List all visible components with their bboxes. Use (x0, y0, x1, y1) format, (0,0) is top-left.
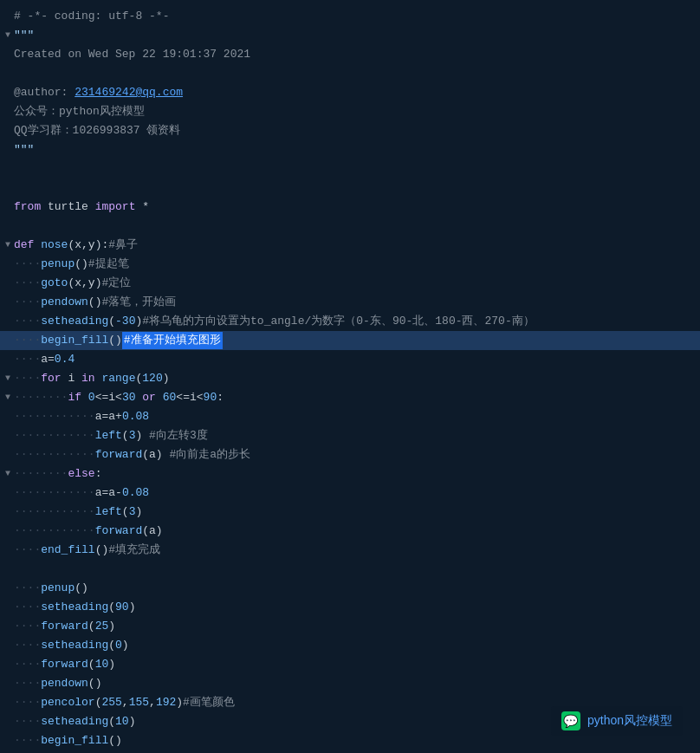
token-var: () (88, 294, 102, 311)
code-line (0, 159, 700, 179)
token-num: 10 (115, 713, 129, 730)
token-comment: #落笔，开始画 (101, 294, 176, 311)
fold-arrow (2, 332, 14, 349)
watermark-text: python风控模型 (587, 713, 672, 729)
indent-dots: ············ (14, 484, 95, 502)
token-fn: left (95, 503, 122, 521)
token-var: (x,y) (68, 275, 101, 292)
code-line (0, 217, 700, 236)
token-fn: goto (41, 275, 68, 292)
token-num: 155 (129, 694, 149, 711)
fold-arrow (2, 84, 14, 101)
fold-arrow[interactable]: ▼ (2, 27, 14, 44)
code-line: ▼def nose(x,y):#鼻子 (0, 236, 700, 255)
token-highlight: #准备开始填充图形 (122, 332, 223, 349)
token-comment: #定位 (101, 275, 131, 292)
code-line: ····end_fill()#填充完成 (0, 541, 700, 560)
token-comment: @author: (14, 84, 75, 101)
fold-arrow (2, 523, 14, 540)
token-fn: begin_fill (41, 332, 108, 349)
fold-arrow (2, 103, 14, 120)
token-fn: forward (95, 523, 143, 540)
fold-arrow (2, 46, 14, 63)
token-var: i (62, 370, 81, 387)
fold-arrow (2, 713, 14, 730)
fold-arrow (2, 732, 14, 750)
token-num: 0 (115, 637, 122, 654)
token-fn: forward (41, 656, 88, 673)
code-line: ····penup()#提起笔 (0, 255, 700, 274)
fold-arrow (2, 408, 14, 425)
code-line: ▼""" (0, 26, 700, 45)
code-line: ····setheading(90) (0, 598, 700, 617)
token-kw: or (142, 389, 156, 406)
token-num: 0.08 (122, 484, 149, 502)
token-var (95, 370, 102, 387)
fold-arrow (2, 160, 14, 178)
token-comment: 公众号：python风控模型 (14, 103, 145, 120)
token-comment: #填充完成 (108, 542, 160, 559)
token-var: (a) (142, 523, 162, 540)
token-var: ) (176, 694, 183, 711)
fold-arrow (2, 503, 14, 521)
token-var: () (75, 580, 88, 597)
token-var: ) (129, 713, 136, 730)
token-op: <= (95, 389, 109, 406)
token-fn: pendown (41, 675, 88, 692)
token-var: * (135, 198, 149, 216)
token-op: = (101, 408, 108, 425)
fold-arrow[interactable]: ▼ (2, 370, 14, 387)
token-comment: #向前走a的步长 (163, 446, 250, 464)
token-var: ) (135, 427, 142, 445)
token-var: : (95, 465, 102, 483)
wechat-icon: 💬 (561, 711, 580, 730)
token-var: , (122, 694, 129, 711)
token-link[interactable]: 231469242@qq.com (75, 84, 183, 101)
code-line: ····begin_fill()#准备开始填充图形 (0, 331, 700, 350)
token-var: ) (163, 370, 170, 387)
token-var: ( (108, 599, 115, 616)
token-var: , (149, 694, 156, 711)
indent-dots: ········ (14, 389, 68, 406)
fold-arrow (2, 484, 14, 502)
token-var: ( (88, 618, 95, 635)
indent-dots: ···· (14, 618, 41, 635)
token-fn: setheading (41, 599, 108, 616)
fold-arrow (2, 446, 14, 464)
token-fn: nose (41, 237, 68, 254)
fold-arrow (2, 8, 14, 25)
fold-arrow (2, 618, 14, 635)
indent-dots: ···· (14, 694, 41, 711)
indent-dots: ············ (14, 523, 95, 540)
token-op: < (115, 389, 122, 406)
token-kw: in (81, 370, 95, 387)
fold-arrow[interactable]: ▼ (2, 465, 14, 483)
token-comment: #将乌龟的方向设置为to_angle/为数字（0-东、90-北、180-西、27… (142, 313, 534, 330)
token-num: 60 (163, 389, 177, 406)
code-line: ····setheading(0) (0, 636, 700, 655)
token-var: ( (95, 694, 102, 711)
token-var (81, 389, 88, 406)
token-kw: for (41, 370, 61, 387)
fold-arrow[interactable]: ▼ (2, 389, 14, 406)
fold-arrow (2, 694, 14, 711)
code-line (0, 560, 700, 579)
indent-dots: ···· (14, 370, 41, 387)
indent-dots: ········ (14, 465, 68, 483)
token-num: 0 (88, 389, 95, 406)
fold-arrow (2, 637, 14, 654)
token-fn: setheading (41, 713, 108, 730)
code-line: ····pendown() (0, 674, 700, 693)
token-op: = (48, 351, 55, 368)
watermark: 💬 python风控模型 (551, 706, 683, 736)
indent-dots: ···· (14, 599, 41, 616)
code-line: ············forward(a) #向前走a的步长 (0, 445, 700, 464)
fold-arrow[interactable]: ▼ (2, 237, 14, 254)
token-fn: range (101, 370, 135, 387)
token-num: -30 (115, 313, 135, 330)
indent-dots: ···· (14, 656, 41, 673)
code-line: """ (0, 140, 700, 159)
fold-arrow (2, 179, 14, 197)
token-kw: else (68, 465, 94, 483)
token-num: 30 (122, 389, 136, 406)
